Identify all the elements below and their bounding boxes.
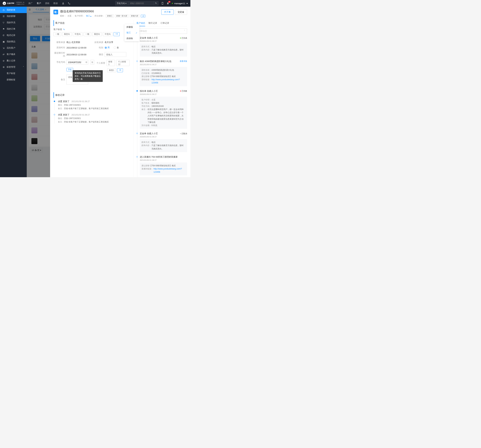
timeline-item: 购买 4399理财课进阶课程大礼包查看详情 2021/01/30 01:38:2… xyxy=(136,60,187,86)
search-type-select[interactable]: 手机号码 ▾ xyxy=(115,1,129,6)
sidebar-item-orders[interactable]: ⚑我的订单 xyxy=(0,26,27,32)
logo-icon: ☁ xyxy=(3,2,6,5)
box-icon: ▣ xyxy=(3,40,5,43)
timeline-title: 定金单 创建人小王 xyxy=(140,36,158,39)
logo[interactable]: ☁ 云朵CRM 教育机构一站 式服务云平台 xyxy=(3,1,24,5)
timeline-title: 报名单 创建人小王 xyxy=(140,90,158,93)
timeline-item: 定金单 创建人小王已取消 2020/01/30 01:38:27 跟单方式：电话… xyxy=(136,132,187,152)
activity-filter-select[interactable]: 全部动态˅ xyxy=(136,28,187,34)
tag[interactable]: 高意向 xyxy=(92,32,102,36)
tag[interactable]: 高意向 xyxy=(62,32,72,36)
phone-icon[interactable] xyxy=(68,2,70,5)
gender-male-radio[interactable]: 男 xyxy=(105,46,110,49)
nav-customer[interactable]: 客户 xyxy=(37,2,41,5)
link[interactable]: http://www.yunduoketang.com/?123456 xyxy=(151,78,185,85)
nav-promo[interactable]: 推广 xyxy=(28,2,33,5)
personal-tag[interactable]: 个人标签12 xyxy=(116,60,130,66)
phone-icon: ✆ xyxy=(3,34,5,36)
personal-tag[interactable]: 标签1 xyxy=(107,68,116,72)
link[interactable]: http://www.yunduoketang.com/?123456 xyxy=(153,167,185,174)
scan-icon[interactable]: ⊞ xyxy=(85,61,87,63)
group-tag[interactable]: 群聊六群 xyxy=(130,14,139,17)
dropdown-item[interactable]: 师馨薇 xyxy=(124,24,139,30)
sidebar-item-students[interactable]: ▽我的学员 xyxy=(0,19,27,26)
timeline-dot-icon xyxy=(136,133,138,134)
sidebar-item-inherit[interactable]: ⇄客户继承 xyxy=(0,51,27,57)
chevron-up-icon: ˄ xyxy=(23,66,24,68)
timeline-dot-icon xyxy=(136,61,138,62)
nav-qc[interactable]: 质检 xyxy=(45,2,49,5)
timeline-item: 报名单 创建人小王已失败 2020/01/30 01:38:27 客户经理：小王… xyxy=(136,90,187,129)
phone-type-tag[interactable]: 手机 xyxy=(67,68,73,71)
gender-female-radio[interactable]: 女 xyxy=(114,46,119,49)
timeline-title: 购买 4399理财课进阶课程大礼包 xyxy=(140,60,171,63)
tag[interactable]: 中意向 xyxy=(73,32,83,36)
sidebar-item-lost[interactable]: ⇲流失客户 xyxy=(0,45,27,51)
manager-select[interactable]: 张三 ▴ xyxy=(86,15,91,17)
personal-tag[interactable]: 标签1 xyxy=(106,60,115,66)
check-icon: ✓ xyxy=(136,31,137,34)
user-icon[interactable] xyxy=(62,2,64,5)
top-bar: ☁ 云朵CRM 教育机构一站 式服务云平台 推广 客户 质检 数据 手机号码 ▾… xyxy=(0,0,190,7)
sidebar-item-tags[interactable]: ⚙标签管理˄ xyxy=(0,64,27,70)
personal-tag-more[interactable]: +4 xyxy=(117,68,123,72)
group-tag[interactable]: 群聊三 xyxy=(106,14,114,17)
nickname: 小王 xyxy=(68,15,71,17)
tag-more[interactable]: +4 xyxy=(113,32,120,36)
timeline-time: 2021/01/30 01:38:27 xyxy=(140,159,187,161)
transfer-icon: ⇄ xyxy=(3,53,5,55)
group-more[interactable]: +4 xyxy=(141,15,145,17)
tab-order-log[interactable]: 订单记录 xyxy=(160,20,169,26)
view-detail-link[interactable]: 查看详情 xyxy=(180,60,187,62)
add-time-value: 2021/09/10 12:00:00 xyxy=(67,46,86,49)
timeline-card: 课程名称：4399理财课进阶课大礼包已付款项：2218989元通过群聊【759-… xyxy=(140,67,187,86)
timeline-item: 进入直播间 759-59班第三期理财直播课 2021/01/30 01:38:2… xyxy=(136,155,187,176)
timeline-title: 定金单 创建人小王 xyxy=(140,132,158,135)
exit-icon: ⇲ xyxy=(3,47,5,49)
timeline-title: 进入直播间 759-59班第三期理财直播课 xyxy=(140,155,178,158)
tag[interactable]: 一般 xyxy=(83,32,91,36)
proxy-order-button[interactable]: 代下单 xyxy=(161,9,173,15)
search-input[interactable] xyxy=(129,1,154,6)
timeline-card: 通过群聊【759-59班理财训练营】购买直播间链接：http://www.yun… xyxy=(140,162,187,176)
sidebar-item-deleted[interactable]: ⊘删人记录 xyxy=(0,57,27,64)
phone-input[interactable] xyxy=(67,60,88,64)
chevron-down-icon: ˅ xyxy=(184,30,185,33)
tag[interactable]: 一般 xyxy=(53,32,61,36)
edit-icon[interactable]: ✎ xyxy=(63,28,65,31)
sidebar-item-groups[interactable]: ☰我的群聊 xyxy=(0,13,27,19)
nav-data[interactable]: 数据 xyxy=(53,2,58,5)
sidebar-sub-customer-tags[interactable]: 客户标签 xyxy=(0,70,27,77)
last-chat-value: 2021/09/10 12:00:00 xyxy=(67,53,86,56)
customer-info-title: 客户信息 xyxy=(53,20,130,26)
sidebar-sub-group-tags[interactable]: 群聊标签 xyxy=(0,77,27,83)
tab-chat-log[interactable]: 聊天记录 xyxy=(149,20,157,26)
dropdown-item[interactable]: 张三✓ xyxy=(124,30,139,36)
notification-icon[interactable]: 5 xyxy=(166,2,169,5)
delete-icon: ⊘ xyxy=(3,60,5,62)
timeline-time: 2020/01/30 01:38:27 xyxy=(140,93,187,95)
sidebar-item-friends[interactable]: ◷我的好友 xyxy=(0,7,27,13)
user-menu[interactable]: manager11 ▾ xyxy=(172,2,188,5)
friend-source-value: 名片分享 xyxy=(105,41,113,44)
history-item: 小王 更新了2021/01/30 01:38:27 微信：空值-13672182… xyxy=(54,100,130,110)
group-tag[interactable]: 群聊一群大群 xyxy=(115,14,128,17)
timeline-dot-icon xyxy=(136,90,138,92)
dropdown-item[interactable]: 俱保咏 xyxy=(124,36,139,41)
wechat-input[interactable] xyxy=(105,52,126,57)
sidebar-item-products[interactable]: ▣我的商品 xyxy=(0,39,27,45)
deposit-button[interactable]: 交定金 xyxy=(175,9,187,15)
copy-icon[interactable]: ⎘ xyxy=(90,60,94,64)
sidebar: ◷我的好友 ☰我的群聊 ▽我的学员 ⚑我的订单 ✆电话记录 ▣我的商品 ⇲流失客… xyxy=(0,7,27,177)
history-title: 修改记录 xyxy=(53,92,130,98)
mobile-icon[interactable] xyxy=(161,2,164,5)
top-nav: 推广 客户 质检 数据 xyxy=(28,2,58,5)
tag-label: 客户标签 xyxy=(53,28,62,31)
status-dot-icon xyxy=(172,3,173,4)
sidebar-item-calls[interactable]: ✆电话记录 xyxy=(0,32,27,39)
timeline-card: 跟单方式：电话跟单内容：只是了解在线教育方面的信息，暂时无购买意向。 xyxy=(140,139,187,152)
notification-badge: 5 xyxy=(168,1,171,3)
tag[interactable]: 中意向 xyxy=(103,32,113,36)
timeline-dot-icon xyxy=(54,101,55,102)
search-button[interactable] xyxy=(154,1,158,6)
